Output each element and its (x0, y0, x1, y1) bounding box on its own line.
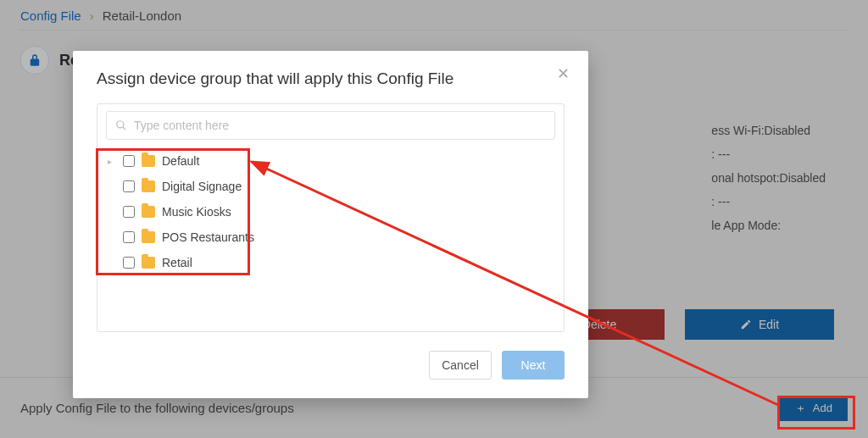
close-icon[interactable]: ✕ (554, 66, 571, 83)
cancel-button[interactable]: Cancel (429, 351, 492, 380)
folder-icon (142, 180, 155, 192)
tree-row[interactable]: ▸Retail (108, 250, 555, 275)
group-tree: ▸Default▸Digital Signage▸Music Kiosks▸PO… (106, 148, 555, 275)
group-label: POS Restaurants (162, 230, 254, 244)
folder-icon (142, 231, 155, 243)
tree-row[interactable]: ▸POS Restaurants (108, 225, 555, 250)
group-checkbox[interactable] (123, 257, 135, 269)
group-checkbox[interactable] (123, 180, 135, 192)
group-label: Music Kiosks (162, 205, 231, 219)
group-checkbox[interactable] (123, 155, 135, 167)
group-checkbox[interactable] (123, 231, 135, 243)
folder-icon (142, 206, 155, 218)
group-search[interactable] (106, 111, 555, 140)
folder-icon (142, 257, 155, 269)
group-label: Digital Signage (162, 180, 242, 193)
tree-row[interactable]: ▸Default (108, 148, 555, 174)
group-label: Default (162, 154, 199, 168)
search-icon (115, 119, 127, 131)
group-checkbox[interactable] (123, 206, 135, 218)
caret-icon: ▸ (108, 157, 116, 166)
group-label: Retail (162, 256, 192, 269)
tree-row[interactable]: ▸Digital Signage (108, 174, 555, 199)
search-input[interactable] (134, 119, 546, 132)
folder-icon (142, 155, 155, 167)
tree-row[interactable]: ▸Music Kiosks (108, 199, 555, 225)
assign-group-modal: ✕ Assign device group that will apply th… (73, 51, 588, 398)
modal-body: ▸Default▸Digital Signage▸Music Kiosks▸PO… (97, 103, 565, 332)
modal-footer: Cancel Next (97, 351, 565, 380)
next-button[interactable]: Next (502, 351, 565, 380)
modal-title: Assign device group that will apply this… (97, 69, 565, 88)
